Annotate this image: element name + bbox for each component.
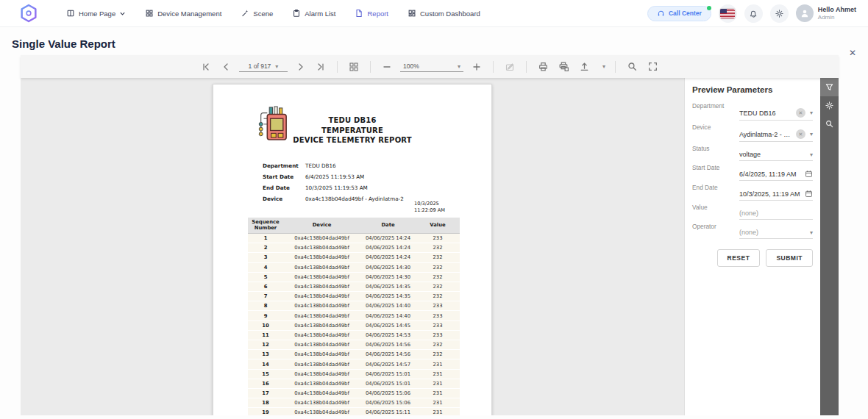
edit-button[interactable] bbox=[503, 60, 516, 74]
bell-icon bbox=[749, 9, 758, 18]
zoom-level-select[interactable]: 100% ▾ bbox=[400, 61, 463, 72]
previous-page-button[interactable] bbox=[219, 60, 232, 74]
department-select[interactable]: TEDU DB16 ✕ ▾ bbox=[739, 103, 813, 121]
table-cell: 232 bbox=[416, 292, 460, 301]
alarm-list-clipboard-icon bbox=[292, 9, 301, 18]
nav-alarm-list[interactable]: Alarm List bbox=[285, 5, 343, 21]
table-cell: 12 bbox=[248, 340, 283, 350]
notifications-button[interactable] bbox=[744, 4, 763, 23]
table-cell: 233 bbox=[416, 311, 460, 320]
calendar-icon[interactable] bbox=[805, 170, 813, 178]
calendar-icon[interactable] bbox=[805, 190, 813, 198]
table-cell: 04/06/2025 14:30 bbox=[360, 262, 416, 272]
fullscreen-button[interactable] bbox=[646, 60, 660, 74]
device-management-icon bbox=[145, 9, 154, 18]
export-button[interactable] bbox=[577, 60, 591, 74]
chevron-down-icon: ▾ bbox=[275, 63, 278, 70]
submit-button[interactable]: SUBMIT bbox=[766, 249, 813, 267]
meta-label: Department bbox=[263, 162, 305, 169]
table-cell: 0xa4c138b04dad49bf bbox=[283, 233, 360, 243]
operator-label: Operator bbox=[692, 221, 739, 239]
page-indicator-select[interactable]: 1 of 917 ▾ bbox=[239, 61, 288, 72]
table-cell: 232 bbox=[416, 350, 460, 359]
end-date-input[interactable]: 10/3/2025, 11:19 AM bbox=[739, 185, 813, 201]
page-title: Single Value Report bbox=[12, 37, 115, 50]
search-icon bbox=[825, 119, 834, 129]
meta-label: Device bbox=[263, 196, 305, 202]
clear-icon[interactable]: ✕ bbox=[796, 129, 805, 139]
meta-value: TEDU DB16 bbox=[305, 162, 336, 169]
start-date-input[interactable]: 6/4/2025, 11:19 AM bbox=[739, 165, 813, 181]
nav-scene[interactable]: Scene bbox=[233, 5, 280, 21]
table-row: 130xa4c138b04dad49bf04/06/2025 14:56232 bbox=[248, 350, 460, 359]
nav-home-page[interactable]: Home Page bbox=[59, 5, 133, 21]
first-page-button[interactable] bbox=[199, 60, 213, 74]
table-cell: 04/06/2025 14:45 bbox=[360, 320, 416, 330]
call-center-button[interactable]: Call Center bbox=[647, 6, 711, 21]
report-viewer: 1 of 917 ▾ 100% ▾ bbox=[21, 55, 839, 415]
table-cell: 231 bbox=[416, 398, 460, 408]
table-cell: 9 bbox=[248, 311, 283, 320]
table-cell: 0xa4c138b04dad49bf bbox=[283, 369, 360, 379]
device-select[interactable]: Aydinlatma-2 - 0xa4c138... ✕ ▾ bbox=[739, 124, 813, 142]
report-meta: DepartmentTEDU DB16 Start Date6/4/2025 1… bbox=[263, 162, 404, 207]
table-row: 50xa4c138b04dad49bf04/06/2025 14:30232 bbox=[248, 272, 460, 282]
nav-label: Home Page bbox=[79, 10, 115, 18]
table-cell: 3 bbox=[248, 253, 283, 262]
table-cell: 0xa4c138b04dad49bf bbox=[283, 253, 360, 262]
table-cell: 233 bbox=[416, 233, 460, 243]
table-cell: 0xa4c138b04dad49bf bbox=[283, 388, 360, 398]
table-row: 180xa4c138b04dad49bf04/06/2025 15:06231 bbox=[248, 398, 460, 408]
meta-value: 0xa4c138b04dad49bf - Aydinlatma-2 bbox=[305, 196, 404, 202]
scene-wand-icon bbox=[241, 9, 249, 18]
zoom-out-button[interactable] bbox=[380, 60, 394, 74]
end-date-value: 10/3/2025, 11:19 AM bbox=[739, 190, 802, 198]
table-cell: 04/06/2025 14:56 bbox=[360, 350, 416, 359]
table-header-value: Value bbox=[416, 218, 460, 233]
user-role: Admin bbox=[818, 14, 856, 21]
table-cell: 2 bbox=[248, 243, 283, 253]
status-value: voltage bbox=[739, 151, 805, 158]
reset-button[interactable]: RESET bbox=[717, 249, 761, 267]
language-flag-button[interactable] bbox=[719, 4, 737, 23]
nav-report[interactable]: Report bbox=[347, 5, 396, 21]
status-select[interactable]: voltage ▾ bbox=[739, 146, 813, 161]
nav-device-management[interactable]: Device Management bbox=[138, 5, 229, 21]
table-cell: 04/06/2025 14:35 bbox=[360, 282, 416, 291]
last-page-button[interactable] bbox=[314, 60, 327, 74]
nav-label: Custom Dashboard bbox=[420, 10, 480, 18]
next-page-button[interactable] bbox=[294, 60, 307, 74]
tab-export-options[interactable] bbox=[820, 96, 839, 115]
nav-custom-dashboard[interactable]: Custom Dashboard bbox=[400, 5, 488, 21]
report-generated-timestamp: 10/3/2025 11:22:09 AM bbox=[414, 201, 461, 213]
table-cell: 232 bbox=[416, 262, 460, 272]
table-cell: 13 bbox=[248, 350, 283, 359]
value-input[interactable]: (none) bbox=[739, 204, 813, 220]
print-button[interactable] bbox=[536, 60, 550, 74]
headset-icon bbox=[657, 10, 665, 18]
chevron-down-icon: ▾ bbox=[810, 151, 813, 158]
clear-icon[interactable]: ✕ bbox=[796, 108, 805, 118]
user-menu[interactable]: Hello Ahmet Admin bbox=[796, 4, 856, 22]
meta-value: 10/3/2025 11:19:53 AM bbox=[305, 185, 368, 191]
table-cell: 7 bbox=[248, 292, 283, 301]
table-cell: 232 bbox=[416, 243, 460, 253]
table-cell: 231 bbox=[416, 359, 460, 369]
multipage-view-button[interactable] bbox=[347, 60, 360, 74]
export-options-caret[interactable]: ▾ bbox=[602, 63, 605, 70]
tab-parameters[interactable] bbox=[820, 78, 839, 96]
settings-button[interactable] bbox=[770, 4, 789, 23]
table-cell: 8 bbox=[248, 301, 283, 311]
department-value: TEDU DB16 bbox=[739, 110, 793, 117]
online-status-dot bbox=[707, 6, 711, 10]
zoom-in-button[interactable] bbox=[470, 60, 483, 74]
print-page-button[interactable] bbox=[557, 60, 571, 74]
close-icon[interactable]: ✕ bbox=[849, 49, 856, 57]
end-date-label: End Date bbox=[692, 182, 739, 201]
table-cell: 233 bbox=[416, 301, 460, 311]
operator-select[interactable]: (none) ▾ bbox=[739, 223, 813, 239]
tab-search[interactable] bbox=[820, 115, 839, 133]
avatar bbox=[796, 4, 814, 22]
search-button[interactable] bbox=[625, 60, 639, 74]
table-header-device: Device bbox=[283, 218, 360, 233]
